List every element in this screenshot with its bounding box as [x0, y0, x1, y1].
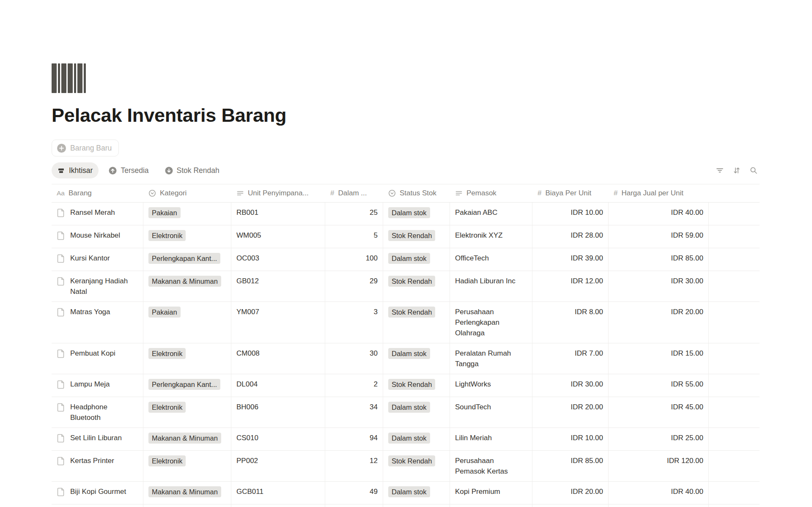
cell-sku[interactable]: DL004: [231, 374, 325, 397]
cell-cost[interactable]: IDR 10.00: [532, 428, 609, 450]
cell-qty[interactable]: 57: [325, 504, 383, 507]
column-header-supplier[interactable]: Pemasok: [450, 184, 532, 202]
cell-sku[interactable]: GCB011: [231, 482, 325, 504]
table-row[interactable]: Matras YogaPakaianYM0073Stok RendahPerus…: [52, 302, 760, 343]
cell-sku[interactable]: PP002: [231, 451, 325, 481]
cell-cost[interactable]: IDR 7.00: [532, 343, 609, 374]
cell-name[interactable]: Pembuat Kopi: [52, 343, 143, 374]
sort-icon[interactable]: [732, 165, 742, 175]
cell-name[interactable]: Headphone Bluetooth: [52, 397, 143, 428]
cell-name[interactable]: Kursi Kantor: [52, 248, 143, 271]
cell-supplier[interactable]: LightWorks: [450, 374, 532, 397]
table-row[interactable]: Biji Kopi GourmetMakanan & MinumanGCB011…: [52, 482, 760, 504]
cell-sku[interactable]: CS010: [231, 428, 325, 450]
column-header-status[interactable]: Status Stok: [383, 184, 450, 202]
table-row[interactable]: Mouse NirkabelElektronikWM0055Stok Renda…: [52, 225, 760, 248]
cell-qty[interactable]: 100: [325, 248, 383, 271]
table-row[interactable]: Pembuat KopiElektronikCM00830Dalam stokP…: [52, 343, 760, 374]
cell-qty[interactable]: 2: [325, 374, 383, 397]
cell-price[interactable]: IDR 15.00: [609, 343, 709, 374]
cell-price[interactable]: IDR 40.00: [609, 482, 709, 504]
cell-name[interactable]: Mouse Nirkabel: [52, 225, 143, 248]
cell-price[interactable]: IDR 85.00: [609, 248, 709, 271]
cell-name[interactable]: Keranjang Hadiah Natal: [52, 271, 143, 301]
table-row[interactable]: Kursi KantorPerlengkapan Kant...OC003100…: [52, 248, 760, 271]
new-item-button[interactable]: Barang Baru: [52, 140, 119, 156]
cell-supplier[interactable]: Kopi Premium: [450, 482, 532, 504]
cell-price[interactable]: IDR 40.00: [609, 203, 709, 225]
cell-cost[interactable]: IDR 30.00: [532, 374, 609, 397]
cell-category[interactable]: Elektronik: [143, 451, 231, 481]
cell-category[interactable]: Makanan & Minuman: [143, 271, 231, 301]
cell-name[interactable]: Kertas Printer: [52, 451, 143, 481]
cell-cost[interactable]: IDR 10.00: [532, 203, 609, 225]
cell-price[interactable]: IDR 25.00: [609, 428, 709, 450]
cell-category[interactable]: Perlengkapan Kant...: [143, 248, 231, 271]
cell-qty[interactable]: 12: [325, 451, 383, 481]
table-row[interactable]: Jam TanganPakaianSW00957Dalam stokTeknol…: [52, 504, 760, 507]
cell-supplier[interactable]: Peralatan Rumah Tangga: [450, 343, 532, 374]
cell-supplier[interactable]: OfficeTech: [450, 248, 532, 271]
cell-qty[interactable]: 5: [325, 225, 383, 248]
cell-price[interactable]: IDR 95.00: [609, 504, 709, 507]
cell-qty[interactable]: 94: [325, 428, 383, 450]
tab-ikhtisar[interactable]: Ikhtisar: [52, 162, 99, 178]
cell-sku[interactable]: YM007: [231, 302, 325, 343]
cell-supplier[interactable]: Hadiah Liburan Inc: [450, 271, 532, 301]
table-row[interactable]: Headphone BluetoothElektronikBH00634Dala…: [52, 397, 760, 428]
tab-tersedia[interactable]: Tersedia: [103, 162, 154, 178]
cell-cost[interactable]: IDR 12.00: [532, 271, 609, 301]
table-row[interactable]: Ransel MerahPakaianRB00125Dalam stokPaka…: [52, 203, 760, 225]
cell-qty[interactable]: 49: [325, 482, 383, 504]
cell-sku[interactable]: SW009: [231, 504, 325, 507]
cell-category[interactable]: Pakaian: [143, 504, 231, 507]
cell-category[interactable]: Elektronik: [143, 343, 231, 374]
search-icon[interactable]: [749, 165, 759, 175]
cell-status[interactable]: Dalam stok: [383, 428, 450, 450]
cell-sku[interactable]: WM005: [231, 225, 325, 248]
cell-status[interactable]: Stok Rendah: [383, 271, 450, 301]
table-row[interactable]: Keranjang Hadiah NatalMakanan & MinumanG…: [52, 271, 760, 302]
cell-sku[interactable]: RB001: [231, 203, 325, 225]
cell-sku[interactable]: CM008: [231, 343, 325, 374]
cell-sku[interactable]: GB012: [231, 271, 325, 301]
cell-name[interactable]: Ransel Merah: [52, 203, 143, 225]
cell-status[interactable]: Dalam stok: [383, 248, 450, 271]
cell-status[interactable]: Stok Rendah: [383, 225, 450, 248]
table-row[interactable]: Lampu MejaPerlengkapan Kant...DL0042Stok…: [52, 374, 760, 397]
cell-status[interactable]: Dalam stok: [383, 397, 450, 428]
column-header-name[interactable]: AaBarang: [52, 184, 143, 202]
cell-category[interactable]: Pakaian: [143, 302, 231, 343]
column-header-cost[interactable]: #Biaya Per Unit: [532, 184, 609, 202]
cell-category[interactable]: Makanan & Minuman: [143, 428, 231, 450]
cell-supplier[interactable]: Elektronik XYZ: [450, 225, 532, 248]
add-column-area[interactable]: [709, 184, 760, 202]
cell-supplier[interactable]: Pakaian ABC: [450, 203, 532, 225]
cell-category[interactable]: Elektronik: [143, 397, 231, 428]
cell-sku[interactable]: OC003: [231, 248, 325, 271]
cell-status[interactable]: Dalam stok: [383, 203, 450, 225]
tab-stok-rendah[interactable]: Stok Rendah: [159, 162, 225, 178]
cell-category[interactable]: Elektronik: [143, 225, 231, 248]
cell-category[interactable]: Pakaian: [143, 203, 231, 225]
cell-name[interactable]: Lampu Meja: [52, 374, 143, 397]
cell-supplier[interactable]: SoundTech: [450, 397, 532, 428]
cell-price[interactable]: IDR 59.00: [609, 225, 709, 248]
column-header-qty[interactable]: #Dalam ...: [325, 184, 383, 202]
cell-qty[interactable]: 29: [325, 271, 383, 301]
page-title[interactable]: Pelacak Inventaris Barang: [52, 104, 812, 127]
cell-qty[interactable]: 34: [325, 397, 383, 428]
cell-supplier[interactable]: Perusahaan Perlengkapan Olahraga: [450, 302, 532, 343]
cell-price[interactable]: IDR 45.00: [609, 397, 709, 428]
table-row[interactable]: Kertas PrinterElektronikPP00212Stok Rend…: [52, 451, 760, 482]
cell-supplier[interactable]: Teknologi Olahraga: [450, 504, 532, 507]
cell-category[interactable]: Makanan & Minuman: [143, 482, 231, 504]
cell-cost[interactable]: IDR 85.00: [532, 451, 609, 481]
cell-name[interactable]: Biji Kopi Gourmet: [52, 482, 143, 504]
cell-name[interactable]: Matras Yoga: [52, 302, 143, 343]
table-row[interactable]: Set Lilin LiburanMakanan & MinumanCS0109…: [52, 428, 760, 451]
cell-price[interactable]: IDR 30.00: [609, 271, 709, 301]
barcode-icon[interactable]: [52, 63, 88, 93]
cell-status[interactable]: Dalam stok: [383, 482, 450, 504]
cell-status[interactable]: Dalam stok: [383, 504, 450, 507]
